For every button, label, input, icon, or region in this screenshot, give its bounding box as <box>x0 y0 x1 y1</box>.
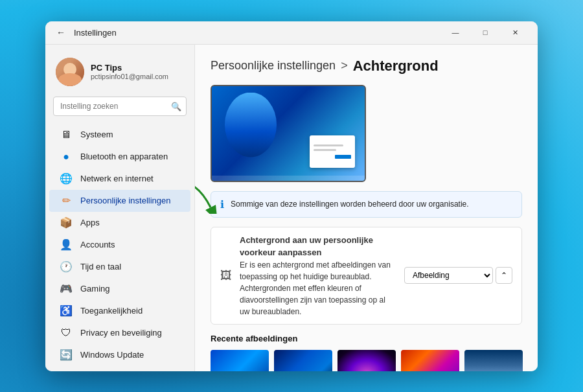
gaming-label: Gaming <box>80 284 110 294</box>
close-button[interactable]: ✕ <box>500 21 530 45</box>
recent-image-3[interactable] <box>337 350 396 371</box>
apps-label: Apps <box>80 218 100 227</box>
sidebar-item-gaming[interactable]: 🎮 Gaming <box>49 278 190 300</box>
avatar <box>56 58 84 86</box>
apps-icon: 📦 <box>60 216 73 229</box>
recent-image-2[interactable] <box>274 350 332 371</box>
privacy-label: Privacy en beveiliging <box>80 328 162 338</box>
breadcrumb: Persoonlijke instellingen <box>211 59 336 73</box>
main-content: PC Tips pctipsinfo01@gmail.com 🔍 🖥 Syste… <box>45 45 538 371</box>
bg-setting-row: 🖼 Achtergrond aan uw persoonlijke voorke… <box>211 227 522 325</box>
profile-name: PC Tips <box>91 63 168 73</box>
collapse-button[interactable]: ⌃ <box>496 267 512 284</box>
sidebar-item-bluetooth[interactable]: ● Bluetooth en apparaten <box>49 146 190 168</box>
bg-setting-text: Achtergrond aan uw persoonlijke voorkeur… <box>240 234 396 317</box>
profile-area[interactable]: PC Tips pctipsinfo01@gmail.com <box>45 52 194 97</box>
systeem-icon: 🖥 <box>60 128 73 141</box>
recent-image-5[interactable] <box>464 350 523 371</box>
bg-setting-icon: 🖼 <box>220 269 232 282</box>
bluetooth-label: Bluetooth en apparaten <box>80 152 168 161</box>
right-panel: Persoonlijke instellingen > Achtergrond <box>194 45 538 371</box>
tijd-icon: 🕐 <box>60 260 73 273</box>
back-button[interactable]: ← <box>53 25 69 40</box>
taskbar-preview <box>212 176 365 181</box>
recent-image-1[interactable] <box>211 350 269 371</box>
search-icon: 🔍 <box>171 101 181 111</box>
sidebar-item-privacy[interactable]: 🛡 Privacy en beveiliging <box>49 322 190 344</box>
wallpaper-preview <box>211 85 366 182</box>
profile-email: pctipsinfo01@gmail.com <box>91 73 168 80</box>
dialog-btn-row <box>314 155 351 159</box>
page-header: Persoonlijke instellingen > Achtergrond <box>211 58 522 75</box>
profile-info: PC Tips pctipsinfo01@gmail.com <box>91 63 168 80</box>
sidebar-item-systeem[interactable]: 🖥 Systeem <box>49 124 190 146</box>
sidebar-item-accounts[interactable]: 👤 Accounts <box>49 234 190 256</box>
recent-image-4[interactable] <box>401 350 459 371</box>
search-input[interactable] <box>53 97 187 116</box>
breadcrumb-separator: > <box>341 59 348 73</box>
persoonlijk-label: Persoonlijke instellingen <box>80 196 170 205</box>
toegankelijkheid-icon: ♿ <box>60 305 73 317</box>
wallpaper-shape <box>225 93 277 157</box>
bluetooth-icon: ● <box>60 150 73 163</box>
info-banner: ℹ Sommige van deze instellingen worden b… <box>211 191 522 218</box>
systeem-label: Systeem <box>80 130 113 139</box>
recent-images-grid <box>211 350 522 371</box>
info-banner-text: Sommige van deze instellingen worden beh… <box>231 200 469 209</box>
tijd-label: Tijd en taal <box>80 262 121 271</box>
settings-window: ← Instellingen — □ ✕ PC Tips pctipsinfo0… <box>45 21 538 371</box>
wallpaper-background <box>212 86 365 181</box>
recent-section: Recente afbeeldingen <box>211 334 522 371</box>
window-title: Instellingen <box>74 28 440 38</box>
sidebar-item-persoonlijk[interactable]: ✏ Persoonlijke instellingen <box>49 190 190 212</box>
dialog-line-2 <box>314 149 336 151</box>
sidebar-item-tijd[interactable]: 🕐 Tijd en taal <box>49 256 190 278</box>
update-label: Windows Update <box>80 350 144 360</box>
dialog-line-1 <box>314 144 343 146</box>
bg-setting-description: Er is een achtergrond met afbeeldingen v… <box>240 259 396 317</box>
persoonlijk-icon: ✏ <box>60 194 73 207</box>
dialog-btn-mini <box>335 155 351 159</box>
minimize-button[interactable]: — <box>440 21 470 45</box>
sidebar-item-toegankelijkheid[interactable]: ♿ Toegankelijkheid <box>49 300 190 322</box>
bg-setting-title: Achtergrond aan uw persoonlijke voorkeur… <box>240 234 396 259</box>
toegankelijkheid-label: Toegankelijkheid <box>80 306 143 316</box>
gaming-icon: 🎮 <box>60 282 73 295</box>
netwerk-icon: 🌐 <box>60 172 73 185</box>
update-icon: 🔄 <box>60 349 73 362</box>
maximize-button[interactable]: □ <box>470 21 500 45</box>
avatar-image <box>56 58 84 86</box>
bg-type-dropdown[interactable]: Afbeelding Effen kleur Diavoorstelling W… <box>404 267 493 284</box>
page-title: Achtergrond <box>353 58 439 75</box>
info-icon: ℹ <box>220 198 224 211</box>
accounts-label: Accounts <box>80 240 115 249</box>
sidebar: PC Tips pctipsinfo01@gmail.com 🔍 🖥 Syste… <box>45 45 194 371</box>
sidebar-item-apps[interactable]: 📦 Apps <box>49 212 190 234</box>
netwerk-label: Netwerk en internet <box>80 174 154 183</box>
title-bar: ← Instellingen — □ ✕ <box>45 21 538 45</box>
wallpaper-dialog <box>310 135 355 168</box>
privacy-icon: 🛡 <box>60 327 73 340</box>
sidebar-item-update[interactable]: 🔄 Windows Update <box>49 344 190 366</box>
search-box: 🔍 <box>53 97 187 116</box>
recent-section-title: Recente afbeeldingen <box>211 334 522 343</box>
bg-dropdown-area: Afbeelding Effen kleur Diavoorstelling W… <box>404 267 512 284</box>
window-controls: — □ ✕ <box>440 21 530 45</box>
accounts-icon: 👤 <box>60 238 73 251</box>
sidebar-item-netwerk[interactable]: 🌐 Netwerk en internet <box>49 168 190 190</box>
